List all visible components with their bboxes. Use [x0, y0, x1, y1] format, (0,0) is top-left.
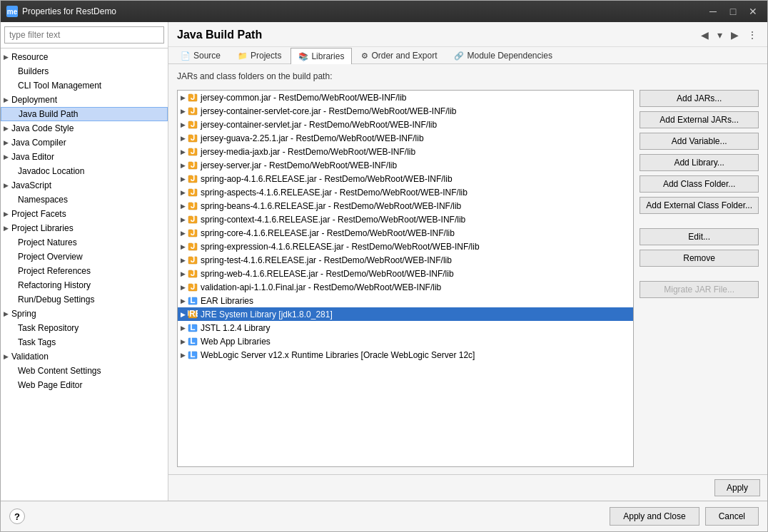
back-button[interactable]: ◀ [698, 28, 712, 42]
jar-file-icon: J [188, 201, 198, 211]
jar-item-weblogic-server[interactable]: ▶ L WebLogic Server v12.x Runtime Librar… [178, 348, 633, 362]
expand-icon: ▶ [181, 108, 186, 115]
apply-and-close-button[interactable]: Apply and Close [610, 507, 699, 526]
library-icon: L [188, 323, 198, 333]
sidebar-item-deployment[interactable]: ▶ Deployment [1, 93, 168, 107]
sidebar-item-validation[interactable]: ▶ Validation [1, 349, 168, 364]
jar-item-spring-aspects[interactable]: ▶ J spring-aspects-4.1.6.RELEASE.jar - R… [178, 185, 633, 199]
jar-label: jersey-container-servlet.jar - RestDemo/… [201, 120, 437, 130]
sidebar-item-task-repository[interactable]: Task Repository [1, 321, 168, 335]
add-library-button[interactable]: Add Library... [640, 154, 759, 171]
sidebar-item-builders[interactable]: Builders [1, 64, 168, 78]
jar-label: EAR Libraries [201, 296, 253, 306]
close-button[interactable]: ✕ [744, 4, 762, 19]
expand-arrow-icon: ▶ [4, 225, 9, 232]
sidebar-item-javadoc-location[interactable]: Javadoc Location [1, 164, 168, 178]
sidebar-list: ▶ Resource Builders CLI Tool Management … [1, 48, 168, 501]
jar-item-jersey-server[interactable]: ▶ J jersey-server.jar - RestDemo/WebRoot… [178, 158, 633, 172]
jar-item-validation-api[interactable]: ▶ J validation-api-1.1.0.Final.jar - Res… [178, 280, 633, 294]
tab-module-dependencies[interactable]: 🔗 Module Dependencies [446, 47, 560, 63]
jar-item-spring-beans[interactable]: ▶ J spring-beans-4.1.6.RELEASE.jar - Res… [178, 199, 633, 213]
jar-item-spring-core[interactable]: ▶ J spring-core-4.1.6.RELEASE.jar - Rest… [178, 226, 633, 240]
sidebar-item-task-tags[interactable]: Task Tags [1, 335, 168, 349]
jar-list[interactable]: ▶ J jersey-common.jar - RestDemo/WebRoot… [177, 90, 634, 467]
forward-button[interactable]: ▶ [728, 28, 742, 42]
jar-item-jstl-library[interactable]: ▶ L JSTL 1.2.4 Library [178, 321, 633, 334]
footer-left: ? [9, 508, 25, 524]
jar-label: spring-expression-4.1.6.RELEASE.jar - Re… [201, 242, 480, 252]
remove-button[interactable]: Remove [640, 250, 759, 267]
sidebar-item-project-overview[interactable]: Project Overview [1, 250, 168, 264]
sidebar-item-java-compiler[interactable]: ▶ Java Compiler [1, 135, 168, 150]
jar-file-icon: J [188, 174, 198, 184]
maximize-button[interactable]: □ [724, 4, 742, 19]
cancel-button[interactable]: Cancel [705, 507, 759, 526]
add-jars-button[interactable]: Add JARs... [640, 90, 759, 107]
back-dropdown-button[interactable]: ▾ [714, 28, 725, 42]
expand-icon: ▶ [181, 203, 186, 210]
minimize-button[interactable]: ─ [704, 4, 722, 19]
migrate-jar-button[interactable]: Migrate JAR File... [640, 281, 759, 298]
jar-item-spring-aop[interactable]: ▶ J spring-aop-4.1.6.RELEASE.jar - RestD… [178, 172, 633, 185]
content-label: JARs and class folders on the build path… [177, 71, 759, 81]
sidebar-item-java-build-path[interactable]: Java Build Path [1, 107, 168, 121]
jar-file-icon: J [188, 282, 198, 292]
expand-icon: ▶ [181, 243, 186, 250]
tab-order-export[interactable]: ⚙ Order and Export [353, 47, 445, 63]
button-separator [640, 271, 759, 277]
jar-item-web-app-libraries[interactable]: ▶ L Web App Libraries [178, 334, 633, 348]
add-variable-button[interactable]: Add Variable... [640, 133, 759, 150]
sidebar-item-web-content-settings[interactable]: Web Content Settings [1, 364, 168, 378]
sidebar-item-javascript[interactable]: ▶ JavaScript [1, 178, 168, 193]
sidebar-item-run-debug-settings[interactable]: Run/Debug Settings [1, 292, 168, 307]
tab-source[interactable]: 📄 Source [173, 47, 228, 63]
svg-text:J: J [191, 228, 196, 237]
filter-input[interactable] [4, 26, 164, 44]
sidebar-item-resource[interactable]: ▶ Resource [1, 50, 168, 64]
apply-button[interactable]: Apply [714, 479, 760, 496]
sidebar-item-web-page-editor[interactable]: Web Page Editor [1, 378, 168, 392]
tab-projects[interactable]: 📁 Projects [230, 47, 289, 63]
expand-icon: ▶ [181, 121, 186, 128]
sidebar-item-spring[interactable]: ▶ Spring [1, 307, 168, 321]
tab-libraries[interactable]: 📚 Libraries [290, 48, 352, 64]
jar-item-spring-expression[interactable]: ▶ J spring-expression-4.1.6.RELEASE.jar … [178, 240, 633, 253]
jar-file-icon: J [188, 120, 198, 130]
source-tab-icon: 📄 [181, 51, 191, 61]
sidebar-item-cli-tool[interactable]: CLI Tool Management [1, 78, 168, 93]
sidebar-item-namespaces[interactable]: Namespaces [1, 193, 168, 207]
jar-label: spring-context-4.1.6.RELEASE.jar - RestD… [201, 215, 465, 225]
jar-item-spring-context[interactable]: ▶ J spring-context-4.1.6.RELEASE.jar - R… [178, 213, 633, 226]
sidebar-item-project-references[interactable]: Project References [1, 264, 168, 278]
menu-button[interactable]: ⋮ [744, 28, 760, 42]
build-path-container: ▶ J jersey-common.jar - RestDemo/WebRoot… [177, 90, 759, 467]
jar-file-icon: J [188, 228, 198, 238]
jar-label: Web App Libraries [201, 337, 271, 347]
jar-item-spring-web[interactable]: ▶ J spring-web-4.1.6.RELEASE.jar - RestD… [178, 267, 633, 280]
jar-item-jersey-container-servlet-core[interactable]: ▶ J jersey-container-servlet-core.jar - … [178, 104, 633, 118]
jar-file-icon: J [188, 269, 198, 279]
filter-wrap [1, 22, 168, 48]
add-class-folder-button[interactable]: Add Class Folder... [640, 175, 759, 193]
jar-item-spring-test[interactable]: ▶ J spring-test-4.1.6.RELEASE.jar - Rest… [178, 253, 633, 267]
jar-item-jre-system-library[interactable]: ▶ JRE JRE System Library [jdk1.8.0_281] [178, 307, 633, 321]
add-external-jars-button[interactable]: Add External JARs... [640, 111, 759, 128]
jar-item-jersey-media-jaxb[interactable]: ▶ J jersey-media-jaxb.jar - RestDemo/Web… [178, 145, 633, 158]
tab-order-label: Order and Export [371, 51, 437, 61]
sidebar-item-java-code-style[interactable]: ▶ Java Code Style [1, 121, 168, 135]
edit-button[interactable]: Edit... [640, 228, 759, 245]
sidebar-item-project-facets[interactable]: ▶ Project Facets [1, 207, 168, 221]
add-external-class-folder-button[interactable]: Add External Class Folder... [640, 197, 759, 214]
content-area: JARs and class folders on the build path… [168, 64, 767, 474]
sidebar-item-refactoring-history[interactable]: Refactoring History [1, 278, 168, 292]
sidebar-item-java-editor[interactable]: ▶ Java Editor [1, 150, 168, 164]
jar-item-jersey-common[interactable]: ▶ J jersey-common.jar - RestDemo/WebRoot… [178, 91, 633, 104]
jar-item-jersey-guava[interactable]: ▶ J jersey-guava-2.25.1.jar - RestDemo/W… [178, 131, 633, 145]
svg-text:L: L [190, 350, 195, 359]
sidebar-item-project-libraries[interactable]: ▶ Project Libraries [1, 221, 168, 235]
jar-item-jersey-container-servlet[interactable]: ▶ J jersey-container-servlet.jar - RestD… [178, 118, 633, 131]
jar-item-ear-libraries[interactable]: ▶ L EAR Libraries [178, 294, 633, 307]
help-button[interactable]: ? [9, 508, 25, 524]
sidebar-item-project-natures[interactable]: Project Natures [1, 235, 168, 250]
expand-icon: ▶ [181, 189, 186, 196]
